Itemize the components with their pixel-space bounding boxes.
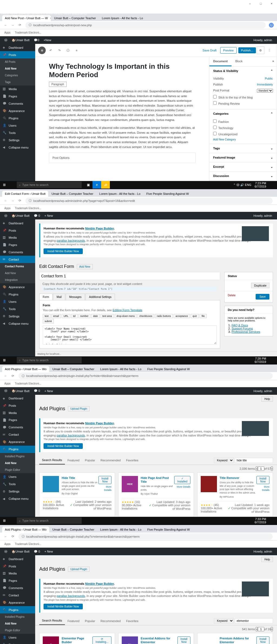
bookmark-item[interactable]: Trademark Electroni... xyxy=(13,542,44,546)
howdy-user[interactable]: Howdy, admin xyxy=(251,214,275,217)
menu-dashboard[interactable]: ◈Dashboard xyxy=(0,44,35,51)
browser-tab[interactable]: Edit Contact Form ‹ Umair Butt xyxy=(2,191,48,197)
menu-contact[interactable]: ✉Contact xyxy=(0,256,35,263)
menu-posts[interactable]: 📌Posts xyxy=(0,51,35,58)
menu-plugins[interactable]: 🔌Plugins xyxy=(0,446,35,453)
submenu-add-new[interactable]: Add New xyxy=(0,620,35,627)
visibility-value[interactable]: Public xyxy=(265,77,273,80)
new-content[interactable]: + New xyxy=(42,214,55,217)
plugin-title-link[interactable]: Premium Addons for Elementor xyxy=(220,637,249,644)
taskbar-search[interactable]: ⌕ Type here to search xyxy=(17,357,82,363)
browser-tab[interactable]: Five People Standing Against W xyxy=(144,191,192,197)
publish-value[interactable]: Immediately xyxy=(257,83,273,86)
new-content[interactable]: + New xyxy=(41,38,53,42)
shortcode-display[interactable]: [contact-form-7 id="18" title="Contact f… xyxy=(42,287,217,291)
menu-pages[interactable]: 📄Pages xyxy=(0,416,35,424)
save-draft-button[interactable]: Save Draft xyxy=(200,47,219,53)
panel-excerpt[interactable]: Excerpt⌄ xyxy=(209,162,277,171)
tag-button[interactable]: acceptance xyxy=(174,314,190,318)
browser-tab[interactable]: Umair Butt – Computer Teacher xyxy=(51,15,98,21)
menu-tools[interactable]: 🔧Tools xyxy=(0,305,35,313)
taskbar-search[interactable]: ⌕ Type here to search xyxy=(17,182,82,188)
clock[interactable]: 7:23 PM6/7/2019 xyxy=(255,182,266,188)
panel-featured-image[interactable]: Featured Image⌄ xyxy=(209,153,277,162)
plugin-search-input[interactable] xyxy=(235,618,273,623)
url-bar[interactable]: ⓘ localhost/wordpress/wp-admin/plugin-in… xyxy=(18,373,273,379)
tab-search-results[interactable]: Search Results xyxy=(39,617,65,625)
tag-button[interactable]: URL xyxy=(62,314,70,318)
duplicate-button[interactable]: Duplicate xyxy=(251,283,269,288)
menu-media[interactable]: 🖼Media xyxy=(0,86,35,93)
howdy-user[interactable]: Howdy, admin xyxy=(251,389,275,393)
howdy-user[interactable]: Howdy, admin xyxy=(251,550,275,553)
install-button[interactable]: ⟳ Installing... xyxy=(93,636,111,644)
submenu-integration[interactable]: Integration xyxy=(0,277,35,283)
help-link[interactable]: FAQ & Docs xyxy=(232,324,248,327)
menu-contact[interactable]: ✉Contact xyxy=(0,592,35,599)
more-details-link[interactable]: More Details xyxy=(262,485,269,491)
browser-tab[interactable]: Lorem Ipsum - All the facts - Lo xyxy=(97,527,144,533)
panel-categories[interactable]: Categories⌃ xyxy=(209,109,277,118)
menu-users[interactable]: 👤Users xyxy=(0,122,35,129)
tag-button[interactable]: email xyxy=(51,314,61,318)
tab-additional[interactable]: Additional Settings xyxy=(85,294,115,300)
plugin-title-link[interactable]: Hide Title xyxy=(62,476,75,479)
site-name[interactable]: 🏠 Umair Butt xyxy=(9,38,32,42)
panel-status[interactable]: Status & Visibility⌃ xyxy=(209,67,277,75)
bookmark-item[interactable]: Trademark Electroni... xyxy=(13,382,44,386)
submenu-add-new[interactable]: Add New xyxy=(0,65,35,72)
url-bar[interactable]: ⓘ localhost/wordpress/wp-admin/plugin-in… xyxy=(18,533,273,540)
menu-appearance[interactable]: 🎨Appearance xyxy=(0,438,35,446)
clock[interactable]: 7:33 PM6/7/2019 xyxy=(255,517,266,524)
tab-favorites[interactable]: Favorites xyxy=(123,456,141,464)
preview-button[interactable]: Preview xyxy=(220,47,237,54)
comments-icon[interactable]: 💬 0 xyxy=(32,214,42,218)
help-button[interactable]: Help xyxy=(261,557,273,562)
wp-logo-icon[interactable]: ⓦ xyxy=(2,214,9,218)
cat-checkbox[interactable] xyxy=(213,119,217,123)
page-number[interactable] xyxy=(258,466,264,471)
tag-button[interactable]: quiz xyxy=(191,314,199,318)
browser-tab[interactable]: Add New Post ‹ Umair Butt — W× xyxy=(2,15,51,21)
bookmark-item[interactable]: Trademark Electroni... xyxy=(13,206,44,210)
tab-form[interactable]: Form xyxy=(39,294,52,300)
start-button[interactable]: ⊞ xyxy=(0,517,9,524)
wp-logo-icon[interactable]: ⓦ xyxy=(2,550,9,554)
menu-dashboard[interactable]: ◈Dashboard xyxy=(0,395,35,402)
taskbar-search[interactable]: ⌕ Type here to search xyxy=(17,517,82,524)
profile-icon[interactable]: U xyxy=(269,23,274,28)
menu-comments[interactable]: 💬Comments xyxy=(0,248,35,256)
tab-block[interactable]: Block xyxy=(232,57,246,66)
search-type-select[interactable]: Keyword xyxy=(214,618,234,624)
block-type-label[interactable]: Paragraph xyxy=(49,82,67,87)
menu-plugins[interactable]: 🔌Plugins xyxy=(0,606,35,613)
menu-pages[interactable]: 📄Pages xyxy=(0,93,35,100)
submenu-installed[interactable]: Installed Plugins xyxy=(0,613,35,620)
form-template-help-link[interactable]: Editing Form Template xyxy=(113,308,142,312)
next-page[interactable]: › xyxy=(271,627,273,631)
submenu-contact-forms[interactable]: Contact Forms xyxy=(0,263,35,270)
help-button[interactable]: Help xyxy=(261,396,273,402)
tab-messages[interactable]: Messages xyxy=(66,294,85,300)
menu-tools[interactable]: 🔧Tools xyxy=(0,641,35,644)
browser-tab[interactable]: Add Plugins ‹ Umair Butt — Wo xyxy=(2,527,49,533)
plugin-search-input[interactable] xyxy=(235,458,273,463)
next-page[interactable]: › xyxy=(271,466,273,471)
submenu-add-new[interactable]: Add New xyxy=(0,460,35,466)
start-button[interactable]: ⊞ xyxy=(0,181,9,189)
bookmark-item[interactable]: Apps xyxy=(2,382,13,386)
menu-comments[interactable]: 💬Comments xyxy=(0,424,35,431)
post-title[interactable]: Why Technology Is Important in this Mode… xyxy=(49,62,196,79)
menu-posts[interactable]: 📌Posts xyxy=(0,227,35,234)
browser-tab[interactable]: Umair Butt – Computer Teacher xyxy=(49,191,96,197)
menu-settings[interactable]: ⚙Settings xyxy=(0,488,35,495)
post-format-select[interactable]: Standard xyxy=(257,89,273,93)
tab-search-results[interactable]: Search Results xyxy=(39,456,65,465)
menu-pages[interactable]: 📄Pages xyxy=(0,241,35,248)
back-icon[interactable]: ← xyxy=(3,534,8,539)
menu-appearance[interactable]: 🎨Appearance xyxy=(0,107,35,114)
publish-button[interactable]: Publish... xyxy=(238,47,256,53)
menu-pages[interactable]: 📄Pages xyxy=(0,577,35,584)
menu-plugins[interactable]: 🔌Plugins xyxy=(0,291,35,298)
nimble-link[interactable]: Nimble Page Builder xyxy=(85,227,114,230)
